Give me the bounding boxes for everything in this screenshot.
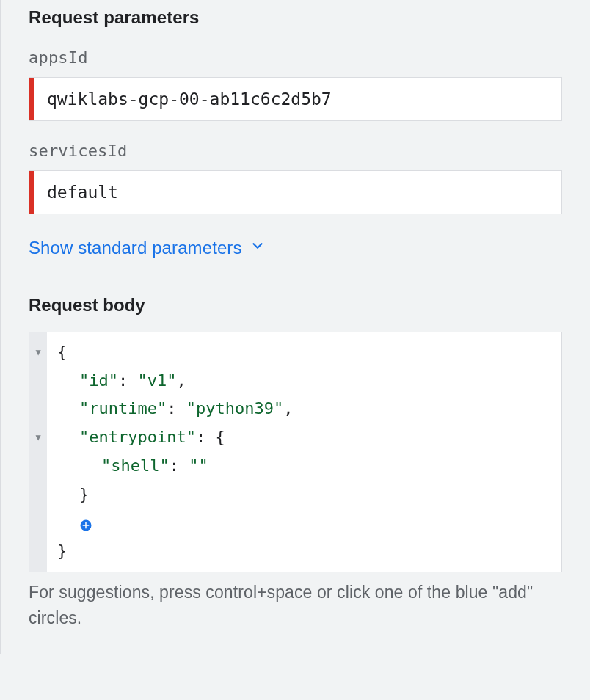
request-body-editor[interactable]: ▼▼ {"id": "v1","runtime": "python39","en… [29, 332, 562, 572]
code-line: { [57, 338, 553, 367]
param-input-appsId[interactable] [34, 78, 561, 120]
token-punc: : { [196, 428, 225, 446]
token-punc: , [176, 371, 186, 390]
code-line: "shell": "" [57, 452, 553, 481]
code-area[interactable]: {"id": "v1","runtime": "python39","entry… [47, 332, 561, 572]
token-key: "entrypoint" [79, 428, 196, 446]
gutter-blank [29, 395, 47, 423]
param-field-appsId: appsId [29, 48, 562, 121]
add-property-button[interactable] [79, 519, 92, 532]
param-input-servicesId[interactable] [34, 171, 561, 214]
token-punc: } [79, 485, 89, 503]
fold-toggle-icon[interactable]: ▼ [29, 423, 47, 452]
gutter-blank [29, 537, 47, 566]
token-str: "v1" [137, 371, 176, 390]
token-key: "id" [79, 371, 118, 390]
code-line: "runtime": "python39", [57, 395, 553, 423]
gutter-blank [29, 508, 47, 537]
token-key: "runtime" [79, 399, 167, 418]
param-input-wrap [29, 170, 562, 214]
gutter-blank [29, 480, 47, 508]
link-label: Show standard parameters [29, 238, 242, 258]
param-input-wrap [29, 77, 562, 121]
token-str: "python39" [186, 399, 283, 418]
token-key: "shell" [101, 456, 170, 475]
token-punc: { [57, 343, 67, 361]
fold-gutter: ▼▼ [29, 332, 47, 572]
token-punc: , [283, 399, 293, 418]
gutter-blank [29, 452, 47, 481]
token-punc: } [57, 542, 67, 560]
code-line: "id": "v1", [57, 367, 553, 395]
show-standard-parameters-link[interactable]: Show standard parameters [29, 238, 266, 258]
chevron-down-icon [250, 238, 266, 258]
gutter-blank [29, 367, 47, 395]
param-field-servicesId: servicesId [29, 142, 562, 214]
api-try-panel: Request parameters appsId servicesId Sho… [1, 0, 590, 654]
code-line: "entrypoint": { [57, 423, 553, 452]
fold-toggle-icon[interactable]: ▼ [29, 338, 47, 367]
code-line: } [57, 537, 553, 566]
code-line [57, 508, 553, 537]
token-str: "" [189, 456, 208, 475]
helper-text: For suggestions, press control+space or … [29, 580, 562, 632]
token-punc: : [170, 456, 189, 475]
code-line: } [57, 481, 553, 509]
token-punc: : [167, 399, 186, 418]
request-body-heading: Request body [29, 295, 562, 316]
param-label: servicesId [29, 142, 562, 160]
parameters-heading: Request parameters [29, 7, 562, 28]
token-punc: : [118, 371, 138, 390]
param-label: appsId [29, 48, 562, 67]
